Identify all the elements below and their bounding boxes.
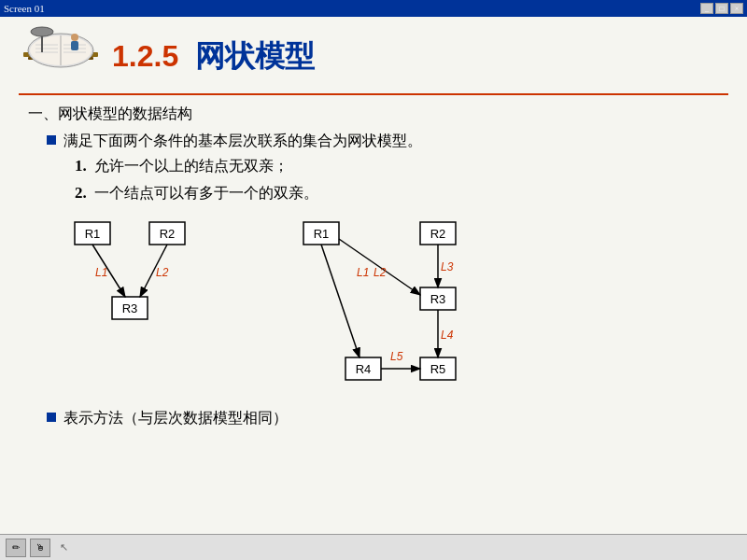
- bullet-item-1: 满足下面两个条件的基本层次联系的集合为网状模型。: [47, 132, 719, 151]
- header-icon: [19, 24, 103, 90]
- svg-text:L2: L2: [374, 266, 387, 279]
- title-text: 网状模型: [195, 39, 315, 73]
- svg-text:R4: R4: [356, 362, 372, 376]
- svg-text:R1: R1: [85, 227, 101, 241]
- svg-text:R2: R2: [160, 227, 176, 241]
- close-button[interactable]: ×: [730, 3, 743, 14]
- bullet-icon: [47, 135, 56, 145]
- svg-text:L5: L5: [390, 350, 403, 363]
- section-number: 1.2.5: [112, 39, 178, 73]
- svg-line-38: [321, 245, 359, 357]
- diagram-right: R1 R2 R3 R4 R5 L1 L2: [289, 213, 504, 399]
- tool-icon-2[interactable]: 🖱: [30, 539, 50, 557]
- main-content: 1.2.5 网状模型 一、网状模型的数据结构 满足下面两个条件的基本层次联系的集…: [0, 17, 747, 560]
- bottom-bullet-icon: [47, 413, 56, 422]
- numbered-item-2: 2. 一个结点可以有多于一个的双亲。: [75, 184, 719, 203]
- slide-body: 一、网状模型的数据结构 满足下面两个条件的基本层次联系的集合为网状模型。 1. …: [19, 101, 728, 438]
- bottom-bar: ✏ 🖱 ↖: [0, 534, 747, 560]
- maximize-button[interactable]: □: [715, 3, 728, 14]
- numbered-item-1: 1. 允许一个以上的结点无双亲；: [75, 157, 719, 176]
- svg-text:L3: L3: [441, 260, 454, 273]
- svg-rect-14: [71, 41, 78, 50]
- tool-icon-1[interactable]: ✏: [6, 539, 26, 557]
- section-heading: 一、网状模型的数据结构: [28, 105, 719, 124]
- svg-text:R3: R3: [430, 292, 446, 306]
- svg-text:L4: L4: [441, 329, 454, 342]
- item1-text: 允许一个以上的结点无双亲；: [94, 158, 289, 174]
- svg-point-12: [31, 27, 53, 36]
- window-title: Screen 01: [4, 3, 45, 14]
- bottom-bullet-text: 表示方法（与层次数据模型相同）: [63, 409, 288, 428]
- diagram-left: R1 R2 R3 L1 L2: [56, 213, 215, 334]
- svg-text:R1: R1: [314, 227, 330, 241]
- svg-text:R2: R2: [430, 227, 446, 241]
- cursor-indicator: ↖: [60, 541, 68, 553]
- item1-number: 1.: [75, 157, 87, 175]
- slide-header: 1.2.5 网状模型: [19, 24, 728, 95]
- window-bar: Screen 01 _ □ ×: [0, 0, 747, 17]
- bullet-text-1: 满足下面两个条件的基本层次联系的集合为网状模型。: [63, 132, 422, 151]
- slide-title: 1.2.5 网状模型: [112, 36, 315, 77]
- svg-text:R3: R3: [122, 301, 138, 315]
- minimize-button[interactable]: _: [700, 3, 713, 14]
- svg-text:L1: L1: [95, 266, 107, 279]
- item2-number: 2.: [75, 184, 87, 202]
- window-controls[interactable]: _ □ ×: [700, 3, 743, 14]
- item2-text: 一个结点可以有多于一个的双亲。: [94, 185, 318, 201]
- svg-point-13: [71, 34, 78, 41]
- diagrams-container: R1 R2 R3 L1 L2: [56, 213, 710, 399]
- svg-text:R5: R5: [430, 362, 446, 376]
- svg-text:L1: L1: [357, 266, 369, 279]
- svg-text:L2: L2: [156, 266, 169, 279]
- bottom-bullet-item: 表示方法（与层次数据模型相同）: [47, 409, 719, 428]
